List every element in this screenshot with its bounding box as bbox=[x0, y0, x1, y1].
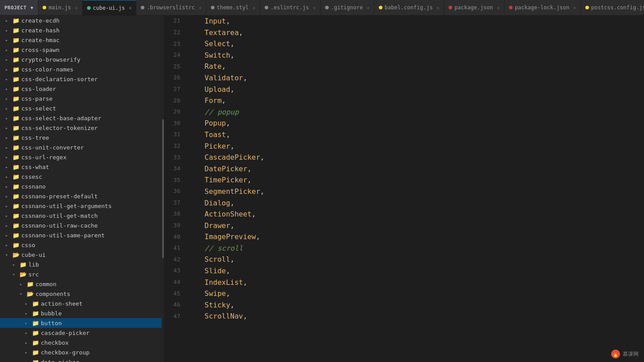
tab-close-icon[interactable]: ✕ bbox=[199, 5, 202, 10]
tab-label: postcss.config.js bbox=[591, 4, 644, 11]
tree-item-label: bubble bbox=[41, 310, 62, 317]
tree-item-button[interactable]: ▸📁button bbox=[0, 318, 162, 328]
tree-item-create-hash[interactable]: ▸📁create-hash bbox=[0, 25, 162, 35]
tab-icon bbox=[379, 6, 382, 9]
tab-close-icon[interactable]: ✕ bbox=[437, 5, 439, 10]
tree-item-css-loader[interactable]: ▸📁css-loader bbox=[0, 84, 162, 94]
tree-item-cssnano-preset-default[interactable]: ▸📁cssnano-preset-default bbox=[0, 191, 162, 201]
tab-postcss.config.js[interactable]: postcss.config.js✕ bbox=[581, 0, 644, 16]
tab-package-lock.json[interactable]: package-lock.json✕ bbox=[505, 0, 581, 16]
project-label[interactable]: Project ▼ bbox=[0, 0, 38, 16]
code-line-41: // scroll bbox=[187, 243, 644, 254]
code-token: // popup bbox=[187, 106, 239, 118]
line-number-33: 33 bbox=[167, 152, 180, 163]
code-token: IndexList, bbox=[187, 277, 247, 288]
tree-item-label: css-selector-tokenizer bbox=[21, 125, 98, 131]
tree-item-css-selector-tokenizer[interactable]: ▸📁css-selector-tokenizer bbox=[0, 123, 162, 133]
tree-item-label: button bbox=[41, 320, 62, 327]
tree-item-common[interactable]: ▸📁common bbox=[0, 279, 162, 289]
tree-item-css-select[interactable]: ▸📁css-select bbox=[0, 103, 162, 113]
tree-item-lib[interactable]: ▸📁lib bbox=[0, 260, 162, 269]
folder-closed-icon: 📁 bbox=[32, 349, 39, 356]
tree-item-bubble[interactable]: ▸📁bubble bbox=[0, 308, 162, 318]
tree-item-label: common bbox=[36, 281, 56, 287]
tree-item-css-color-names[interactable]: ▸📁css-color-names bbox=[0, 64, 162, 74]
code-line-22: Textarea, bbox=[187, 27, 644, 39]
tree-item-cssnano[interactable]: ▸📁cssnano bbox=[0, 181, 162, 191]
tree-item-create-ecdh[interactable]: ▸📁create-ecdh bbox=[0, 16, 162, 25]
tree-item-css-unit-converter[interactable]: ▸📁css-unit-converter bbox=[0, 142, 162, 152]
code-token: Slide, bbox=[187, 265, 230, 277]
tree-item-action-sheet[interactable]: ▸📁action-sheet bbox=[0, 299, 162, 308]
tab-close-icon[interactable]: ✕ bbox=[75, 5, 78, 10]
code-line-43: Slide, bbox=[187, 265, 644, 277]
tree-item-cssnano-util-same-parent[interactable]: ▸📁cssnano-util-same-parent bbox=[0, 230, 162, 240]
tree-arrow-icon: ▸ bbox=[5, 165, 12, 169]
folder-closed-icon: 📁 bbox=[27, 281, 34, 287]
code-token: Toast, bbox=[187, 129, 230, 141]
tree-item-cssnano-util-get-match[interactable]: ▸📁cssnano-util-get-match bbox=[0, 211, 162, 220]
line-number-27: 27 bbox=[167, 84, 180, 95]
tab-container: main.js✕cube-ui.js✕.browserslistrc✕theme… bbox=[38, 0, 644, 16]
tree-item-crypto-browserify[interactable]: ▸📁crypto-browserify bbox=[0, 55, 162, 64]
tab-babel.config.js[interactable]: babel.config.js✕ bbox=[374, 0, 444, 16]
tree-item-css-declaration-sorter[interactable]: ▸📁css-declaration-sorter bbox=[0, 74, 162, 84]
tree-item-label: css-url-regex bbox=[21, 154, 67, 161]
tab-main.js[interactable]: main.js✕ bbox=[38, 0, 83, 16]
tree-item-src[interactable]: ▾📂src bbox=[0, 269, 162, 279]
tab-label: .gitignore bbox=[331, 4, 363, 11]
tab-cube-ui.js[interactable]: cube-ui.js✕ bbox=[83, 0, 136, 16]
code-token: Popup, bbox=[187, 118, 230, 129]
tree-item-css-parse[interactable]: ▸📁css-parse bbox=[0, 94, 162, 103]
tab-close-icon[interactable]: ✕ bbox=[129, 5, 131, 10]
tab-close-icon[interactable]: ✕ bbox=[497, 5, 500, 10]
tree-item-label: css-loader bbox=[21, 86, 56, 92]
tree-item-components[interactable]: ▾📂components bbox=[0, 289, 162, 299]
tree-item-checkbox[interactable]: ▸📁checkbox bbox=[0, 338, 162, 347]
tree-item-css-url-regex[interactable]: ▸📁css-url-regex bbox=[0, 152, 162, 162]
file-tree-sidebar: ▸📁create-ecdh▸📁create-hash▸📁create-hmac▸… bbox=[0, 16, 162, 362]
tab-close-icon[interactable]: ✕ bbox=[253, 5, 255, 10]
folder-closed-icon: 📁 bbox=[12, 154, 20, 161]
code-line-32: Picker, bbox=[187, 141, 644, 152]
tab-theme.styl[interactable]: theme.styl✕ bbox=[207, 0, 260, 16]
tree-item-css-tree[interactable]: ▸📁css-tree bbox=[0, 133, 162, 142]
tree-arrow-icon: ▸ bbox=[5, 135, 12, 140]
code-token: ScrollNav, bbox=[187, 311, 247, 322]
line-number-45: 45 bbox=[167, 288, 180, 299]
tree-item-label: create-hash bbox=[21, 27, 60, 34]
tab-.gitignore[interactable]: .gitignore✕ bbox=[321, 0, 374, 16]
tree-item-cross-spawn[interactable]: ▸📁cross-spawn bbox=[0, 45, 162, 55]
folder-closed-icon: 📁 bbox=[12, 242, 20, 248]
folder-closed-icon: 📁 bbox=[12, 212, 20, 219]
tree-item-cube-ui[interactable]: ▾📂cube-ui bbox=[0, 250, 162, 260]
tree-item-create-hmac[interactable]: ▸📁create-hmac bbox=[0, 35, 162, 45]
line-number-25: 25 bbox=[167, 61, 180, 72]
watermark: 🔥 慕课网 bbox=[611, 350, 639, 358]
folder-closed-icon: 📁 bbox=[12, 203, 20, 209]
tree-item-date-picker[interactable]: ▸📁date-picker bbox=[0, 357, 162, 362]
tree-item-css-select-base-adapter[interactable]: ▸📁css-select-base-adapter bbox=[0, 113, 162, 123]
code-token: Form, bbox=[187, 95, 226, 106]
tree-item-csso[interactable]: ▸📁csso bbox=[0, 240, 162, 250]
code-token: Input, bbox=[187, 16, 230, 27]
tree-arrow-icon: ▸ bbox=[20, 282, 27, 287]
tree-item-css-what[interactable]: ▸📁css-what bbox=[0, 162, 162, 172]
code-line-40: ImagePreview, bbox=[187, 231, 644, 243]
folder-closed-icon: 📁 bbox=[12, 115, 20, 122]
tree-item-cssesc[interactable]: ▸📁cssesc bbox=[0, 172, 162, 181]
tab-.eslintrc.js[interactable]: .eslintrc.js✕ bbox=[260, 0, 321, 16]
tree-item-cssnano-util-raw-cache[interactable]: ▸📁cssnano-util-raw-cache bbox=[0, 220, 162, 230]
tab-close-icon[interactable]: ✕ bbox=[573, 5, 576, 10]
tab-package.json[interactable]: package.json✕ bbox=[444, 0, 505, 16]
code-line-38: ActionSheet, bbox=[187, 209, 644, 220]
folder-closed-icon: 📁 bbox=[12, 164, 20, 170]
tree-item-label: date-picker bbox=[41, 359, 79, 362]
tab-.browserslistrc[interactable]: .browserslistrc✕ bbox=[136, 0, 206, 16]
tree-item-cascade-picker[interactable]: ▸📁cascade-picker bbox=[0, 328, 162, 338]
folder-closed-icon: 📁 bbox=[12, 56, 20, 63]
tree-item-cssnano-util-get-arguments[interactable]: ▸📁cssnano-util-get-arguments bbox=[0, 201, 162, 211]
tree-item-checkbox-group[interactable]: ▸📁checkbox-group bbox=[0, 347, 162, 357]
tab-close-icon[interactable]: ✕ bbox=[367, 5, 370, 10]
tab-close-icon[interactable]: ✕ bbox=[313, 5, 316, 10]
